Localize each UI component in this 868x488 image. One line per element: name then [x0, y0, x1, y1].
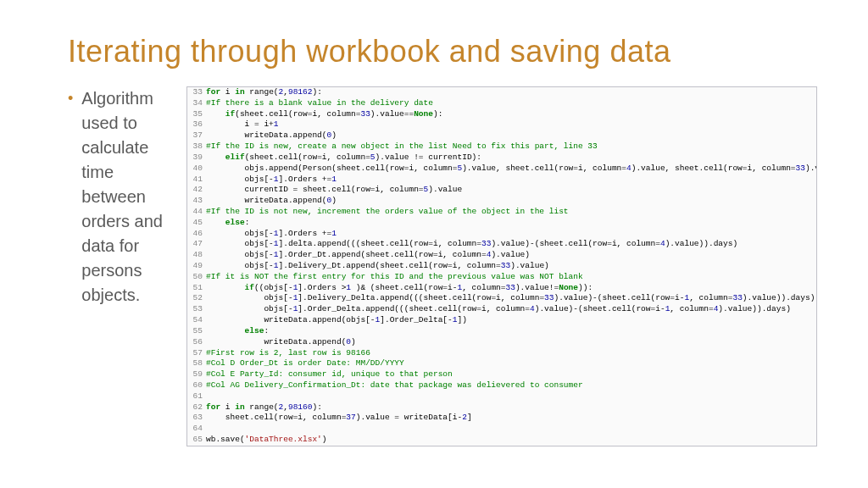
line-number: 44 [187, 207, 206, 218]
code-line: 54 writeData.append(objs[-1].Order_Delta… [187, 315, 816, 326]
line-number: 65 [187, 435, 206, 446]
line-number: 51 [187, 283, 206, 294]
line-number: 34 [187, 98, 206, 109]
line-number: 33 [187, 87, 206, 98]
code-line: 38#If the ID is new, create a new object… [187, 141, 816, 152]
code-content: #Col E Party_Id: consumer id, unique to … [206, 369, 816, 380]
code-content: objs[-1].delta.append(((sheet.cell(row=i… [206, 239, 816, 250]
code-content: for i in range(2,98162): [206, 87, 816, 98]
code-content [206, 391, 816, 402]
code-content: i = i+1 [206, 119, 816, 130]
code-line: 35 if(sheet.cell(row=i, column=33).value… [187, 109, 816, 120]
line-number: 61 [187, 391, 206, 402]
code-line: 44#If the ID is not new, increment the o… [187, 207, 816, 218]
code-content: #Col AG Delivery_Confirmation_Dt: date t… [206, 380, 816, 391]
line-number: 56 [187, 337, 206, 348]
code-content: #First row is 2, last row is 98166 [206, 348, 816, 359]
bullet-area: • Algorithm used to calculate time betwe… [68, 86, 170, 446]
code-line: 42 currentID = sheet.cell(row=i, column=… [187, 185, 816, 196]
bullet-item: • Algorithm used to calculate time betwe… [68, 86, 170, 308]
code-content: #Col D Order_Dt is order Date: MM/DD/YYY… [206, 358, 816, 369]
code-line: 56 writeData.append(0) [187, 337, 816, 348]
code-line: 36 i = i+1 [187, 119, 816, 130]
line-number: 36 [187, 119, 206, 130]
code-content: currentID = sheet.cell(row=i, column=5).… [206, 185, 816, 196]
line-number: 40 [187, 164, 206, 175]
code-content: writeData.append(0) [206, 337, 816, 348]
code-content: #If there is a blank value in the delive… [206, 98, 816, 109]
line-number: 47 [187, 239, 206, 250]
code-content: sheet.cell(row=i, column=37).value = wri… [206, 413, 816, 424]
code-line: 41 objs[-1].Orders +=1 [187, 175, 816, 186]
code-line: 55 else: [187, 326, 816, 337]
code-line: 62for i in range(2,98160): [187, 402, 816, 413]
line-number: 38 [187, 141, 206, 152]
code-line: 61 [187, 391, 816, 402]
code-line: 64 [187, 424, 816, 435]
code-content: else: [206, 326, 816, 337]
line-number: 46 [187, 229, 206, 240]
line-number: 41 [187, 175, 206, 186]
code-content: #If the ID is new, create a new object i… [206, 141, 816, 152]
line-number: 62 [187, 402, 206, 413]
code-content: #If the ID is not new, increment the ord… [206, 207, 816, 218]
line-number: 57 [187, 348, 206, 359]
line-number: 50 [187, 272, 206, 283]
code-line: 59#Col E Party_Id: consumer id, unique t… [187, 369, 816, 380]
code-content: objs.append(Person(sheet.cell(row=i, col… [206, 164, 817, 175]
line-number: 58 [187, 358, 206, 369]
bullet-text: Algorithm used to calculate time between… [81, 86, 170, 308]
line-number: 53 [187, 304, 206, 315]
line-number: 64 [187, 424, 206, 435]
code-content: #If it is NOT the first entry for this I… [206, 272, 816, 283]
line-number: 39 [187, 152, 206, 164]
code-content: wb.save('DataThree.xlsx') [206, 435, 816, 446]
code-line: 43 writeData.append(0) [187, 196, 816, 207]
code-line: 33for i in range(2,98162): [187, 87, 816, 98]
code-content [206, 424, 816, 435]
line-number: 45 [187, 218, 206, 229]
code-line: 49 objs[-1].Delivery_Dt.append(sheet.cel… [187, 261, 816, 272]
content-row: • Algorithm used to calculate time betwe… [68, 86, 817, 446]
code-line: 60#Col AG Delivery_Confirmation_Dt: date… [187, 380, 816, 391]
line-number: 60 [187, 380, 206, 391]
line-number: 48 [187, 250, 206, 261]
code-line: 45 else: [187, 218, 816, 229]
code-line: 51 if((objs[-1].Orders >1 )& (sheet.cell… [187, 283, 816, 294]
code-line: 65wb.save('DataThree.xlsx') [187, 435, 816, 446]
code-line: 37 writeData.append(0) [187, 130, 816, 141]
code-content: objs[-1].Order_Delta.append(((sheet.cell… [206, 304, 816, 315]
code-line: 63 sheet.cell(row=i, column=37).value = … [187, 413, 816, 424]
bullet-dot-icon: • [68, 86, 73, 110]
code-content: objs[-1].Delivery_Delta.append(((sheet.c… [206, 293, 816, 304]
code-line: 50#If it is NOT the first entry for this… [187, 272, 816, 283]
line-number: 63 [187, 413, 206, 424]
line-number: 49 [187, 261, 206, 272]
code-line: 58#Col D Order_Dt is order Date: MM/DD/Y… [187, 358, 816, 369]
code-content: writeData.append(0) [206, 196, 816, 207]
line-number: 54 [187, 315, 206, 326]
code-content: objs[-1].Order_Dt.append(sheet.cell(row=… [206, 250, 816, 261]
code-line: 52 objs[-1].Delivery_Delta.append(((shee… [187, 293, 816, 304]
code-line: 46 objs[-1].Orders +=1 [187, 229, 816, 240]
code-content: for i in range(2,98160): [206, 402, 816, 413]
code-line: 48 objs[-1].Order_Dt.append(sheet.cell(r… [187, 250, 816, 261]
code-line: 34#If there is a blank value in the deli… [187, 98, 816, 109]
line-number: 37 [187, 130, 206, 141]
line-number: 59 [187, 369, 206, 380]
code-line: 47 objs[-1].delta.append(((sheet.cell(ro… [187, 239, 816, 250]
code-content: objs[-1].Orders +=1 [206, 175, 816, 186]
line-number: 55 [187, 326, 206, 337]
code-content: objs[-1].Orders +=1 [206, 229, 816, 240]
line-number: 35 [187, 109, 206, 120]
code-content: writeData.append(objs[-1].Order_Delta[-1… [206, 315, 816, 326]
code-line: 53 objs[-1].Order_Delta.append(((sheet.c… [187, 304, 816, 315]
code-line: 39 elif(sheet.cell(row=i, column=5).valu… [187, 152, 816, 164]
code-content: else: [206, 218, 816, 229]
code-content: if((objs[-1].Orders >1 )& (sheet.cell(ro… [206, 283, 816, 294]
code-content: writeData.append(0) [206, 130, 816, 141]
line-number: 42 [187, 185, 206, 196]
code-content: if(sheet.cell(row=i, column=33).value==N… [206, 109, 816, 120]
code-content: elif(sheet.cell(row=i, column=5).value !… [206, 152, 816, 164]
slide-title: Iterating through workbook and saving da… [68, 34, 817, 69]
